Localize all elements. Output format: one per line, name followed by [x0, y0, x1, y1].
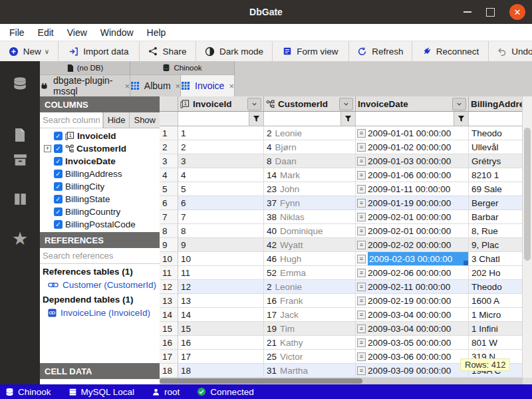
expand-icon[interactable]: +: [44, 145, 51, 152]
cell[interactable]: 17: [178, 350, 264, 364]
column-list-item[interactable]: ✓BillingPostalCode: [40, 218, 160, 231]
selection-fill-handle[interactable]: [464, 261, 468, 265]
cell[interactable]: 31Martha: [264, 364, 356, 378]
cell[interactable]: 10: [160, 252, 178, 266]
cell[interactable]: Berger: [469, 196, 523, 210]
cell[interactable]: 11: [160, 266, 178, 280]
document-detail-icon[interactable]: ≡: [357, 199, 366, 207]
cell[interactable]: 3: [178, 154, 264, 168]
cell[interactable]: ≡2009-03-04 00:00:00: [356, 308, 469, 322]
document-detail-icon[interactable]: ≡: [357, 241, 366, 249]
column-menu-button[interactable]: [339, 98, 353, 110]
minimize-icon[interactable]: [464, 11, 471, 13]
hide-button[interactable]: Hide: [103, 112, 130, 128]
statusbar-chinook[interactable]: Chinook: [5, 387, 51, 397]
cell[interactable]: Theodo: [469, 280, 523, 294]
document-detail-icon[interactable]: ≡: [357, 366, 366, 375]
cell[interactable]: 13: [160, 294, 178, 308]
checkbox-checked-icon[interactable]: ✓: [54, 144, 63, 153]
cell[interactable]: 46Hugh: [264, 252, 356, 266]
document-detail-icon[interactable]: ≡: [357, 171, 366, 180]
cell[interactable]: 1600 A: [469, 294, 523, 308]
column-list-item[interactable]: +✓CustomerId: [40, 142, 160, 155]
cell[interactable]: 17: [160, 350, 178, 364]
document-detail-icon[interactable]: ≡: [357, 297, 366, 305]
menu-item-file[interactable]: File: [3, 27, 31, 38]
filter-input-invoiceid[interactable]: [178, 112, 249, 126]
import-data-button[interactable]: Import data: [59, 41, 140, 61]
cell[interactable]: ≡2009-02-02 00:00:00: [356, 238, 469, 252]
menu-item-help[interactable]: Help: [140, 27, 173, 38]
tab-invoice[interactable]: Invoice×: [181, 75, 235, 96]
rail-book-icon[interactable]: [11, 190, 29, 207]
cell[interactable]: 16: [160, 336, 178, 350]
cell[interactable]: 23John: [264, 182, 356, 196]
tab-close-icon[interactable]: ×: [229, 81, 234, 91]
cell[interactable]: 2: [160, 140, 178, 154]
cell[interactable]: 4Bjørn: [264, 140, 356, 154]
cell[interactable]: 25Victor: [264, 350, 356, 364]
checkbox-checked-icon[interactable]: ✓: [54, 170, 63, 178]
cell[interactable]: 18: [160, 364, 178, 378]
cell[interactable]: ≡2009-02-19 00:00:00: [356, 294, 469, 308]
statusbar-root[interactable]: root: [152, 387, 180, 397]
cell[interactable]: Barbar: [469, 210, 523, 224]
horizontal-scrollbar[interactable]: [160, 378, 523, 384]
cell[interactable]: 3: [160, 154, 178, 168]
cell[interactable]: 8: [160, 224, 178, 238]
cell[interactable]: 15: [178, 322, 264, 336]
cell[interactable]: ≡2009-02-01 00:00:00: [356, 224, 469, 238]
cell[interactable]: 38Niklas: [264, 210, 356, 224]
cell[interactable]: 37Fynn: [264, 196, 356, 210]
cell[interactable]: 16: [178, 336, 264, 350]
menu-item-view[interactable]: View: [61, 27, 94, 38]
cell[interactable]: ≡2009-01-03 00:00:00: [356, 154, 469, 168]
checkbox-checked-icon[interactable]: ✓: [54, 157, 63, 166]
cell[interactable]: ≡2009-03-06 00:00:00: [356, 350, 469, 364]
cell[interactable]: Ullevål: [469, 140, 523, 154]
cell[interactable]: 8, Rue: [469, 224, 523, 238]
tab-dbgate-plugin-mssql[interactable]: dbgate-plugin-mssql×: [40, 75, 130, 96]
column-list-item[interactable]: ✓BillingCountry: [40, 205, 160, 218]
document-detail-icon[interactable]: ≡: [357, 129, 366, 138]
checkbox-checked-icon[interactable]: ✓: [54, 207, 63, 216]
document-detail-icon[interactable]: ≡: [357, 157, 366, 166]
document-detail-icon[interactable]: ≡: [357, 283, 366, 291]
cell[interactable]: ≡2009-01-11 00:00:00: [356, 182, 469, 196]
maximize-icon[interactable]: [486, 8, 495, 17]
cell[interactable]: 2Leonie: [264, 280, 356, 294]
cell[interactable]: 13: [178, 294, 264, 308]
cell[interactable]: ≡2009-02-01 00:00:00: [356, 210, 469, 224]
cell[interactable]: 9: [160, 238, 178, 252]
cell[interactable]: 10: [178, 252, 264, 266]
filter-funnel-button[interactable]: [249, 112, 263, 126]
cell[interactable]: ≡2009-01-01 00:00:00: [356, 126, 469, 140]
cell[interactable]: 18: [178, 364, 264, 378]
cell[interactable]: 8Daan: [264, 154, 356, 168]
cell[interactable]: 3 Chatl: [469, 252, 523, 266]
cell[interactable]: 14: [178, 308, 264, 322]
cell[interactable]: 42Wyatt: [264, 238, 356, 252]
filter-input-customerid[interactable]: [264, 112, 340, 126]
cell[interactable]: 14: [160, 308, 178, 322]
reconnect-button[interactable]: Reconnect: [412, 41, 489, 61]
rail-file-icon[interactable]: [11, 126, 29, 144]
document-detail-icon[interactable]: ≡: [357, 143, 366, 152]
horizontal-scrollbar-thumb[interactable]: [160, 378, 362, 384]
tab-close-icon[interactable]: ×: [176, 81, 181, 91]
statusbar-connected[interactable]: Connected: [197, 387, 253, 397]
cell[interactable]: 19Tim: [264, 322, 356, 336]
column-header-invoiceid[interactable]: 1InvoiceId: [178, 96, 264, 112]
cell[interactable]: 40Dominique: [264, 224, 356, 238]
menu-item-edit[interactable]: Edit: [31, 27, 61, 38]
cell[interactable]: 17Jack: [264, 308, 356, 322]
cell[interactable]: 202 Ho: [469, 266, 523, 280]
cell[interactable]: 4: [160, 168, 178, 182]
filter-funnel-button[interactable]: [454, 112, 468, 126]
filter-funnel-button[interactable]: [340, 112, 355, 126]
checkbox-checked-icon[interactable]: ✓: [54, 220, 63, 229]
cell[interactable]: 8: [178, 224, 264, 238]
cell[interactable]: 1 Infini: [469, 322, 523, 336]
rail-star-icon[interactable]: ★: [11, 230, 29, 247]
dark-mode-button[interactable]: Dark mode: [196, 41, 273, 61]
